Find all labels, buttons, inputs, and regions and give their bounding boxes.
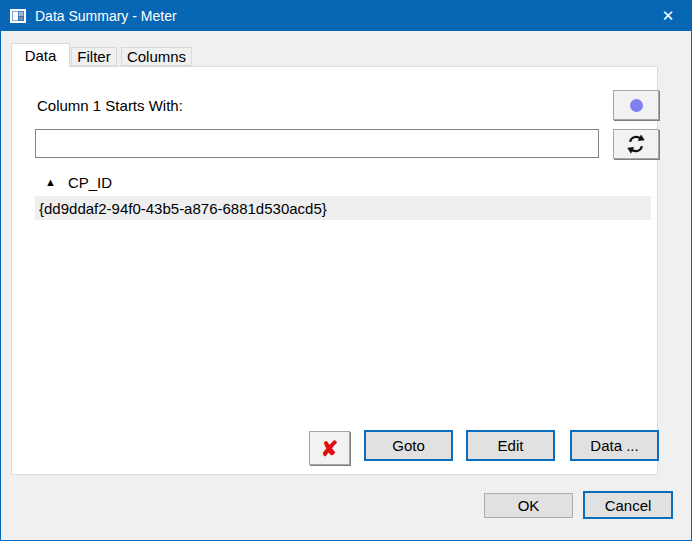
close-button[interactable]: ✕	[645, 1, 691, 31]
data-button-label: Data ...	[590, 437, 638, 454]
tab-filter-label: Filter	[77, 48, 110, 65]
column-header-label: CP_ID	[68, 174, 112, 191]
data-row[interactable]: {dd9ddaf2-94f0-43b5-a876-6881d530acd5}	[35, 196, 651, 220]
delete-button[interactable]: ✘	[309, 431, 350, 465]
filter-label: Column 1 Starts With:	[37, 97, 183, 114]
data-button[interactable]: Data ...	[570, 430, 659, 461]
data-row-value: {dd9ddaf2-94f0-43b5-a876-6881d530acd5}	[39, 200, 327, 217]
goto-button[interactable]: Goto	[364, 430, 453, 461]
ok-button-label: OK	[518, 497, 540, 514]
data-tab-panel: Column 1 Starts With: ▲ CP_ID {dd9ddaf2-…	[11, 66, 658, 475]
record-dot-icon	[630, 99, 643, 112]
refresh-button[interactable]	[613, 129, 659, 159]
filter-input[interactable]	[35, 129, 599, 158]
tab-columns-label: Columns	[127, 48, 186, 65]
column-header-cp-id[interactable]: ▲ CP_ID	[45, 171, 112, 193]
sort-ascending-icon: ▲	[45, 176, 56, 188]
dialog-window: Data Summary - Meter ✕ Data Filter Colum…	[0, 0, 692, 541]
cancel-button-label: Cancel	[605, 497, 652, 514]
tab-data[interactable]: Data	[11, 43, 70, 67]
goto-button-label: Goto	[392, 437, 425, 454]
window-title: Data Summary - Meter	[35, 8, 177, 24]
close-icon: ✕	[662, 7, 675, 25]
cancel-button[interactable]: Cancel	[583, 491, 673, 519]
edit-button[interactable]: Edit	[466, 430, 555, 461]
tab-columns[interactable]: Columns	[121, 47, 192, 66]
ok-button[interactable]: OK	[484, 493, 573, 518]
delete-x-icon: ✘	[321, 438, 339, 459]
record-button[interactable]	[613, 90, 659, 120]
tab-data-label: Data	[25, 47, 57, 64]
title-bar[interactable]: Data Summary - Meter	[1, 1, 691, 31]
refresh-icon	[625, 133, 647, 155]
edit-button-label: Edit	[498, 437, 524, 454]
app-icon	[10, 8, 26, 24]
tab-filter[interactable]: Filter	[71, 47, 117, 66]
